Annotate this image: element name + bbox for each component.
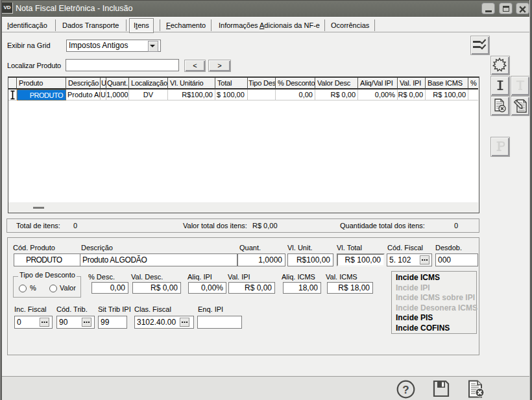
svg-text:?: ? bbox=[402, 384, 409, 396]
